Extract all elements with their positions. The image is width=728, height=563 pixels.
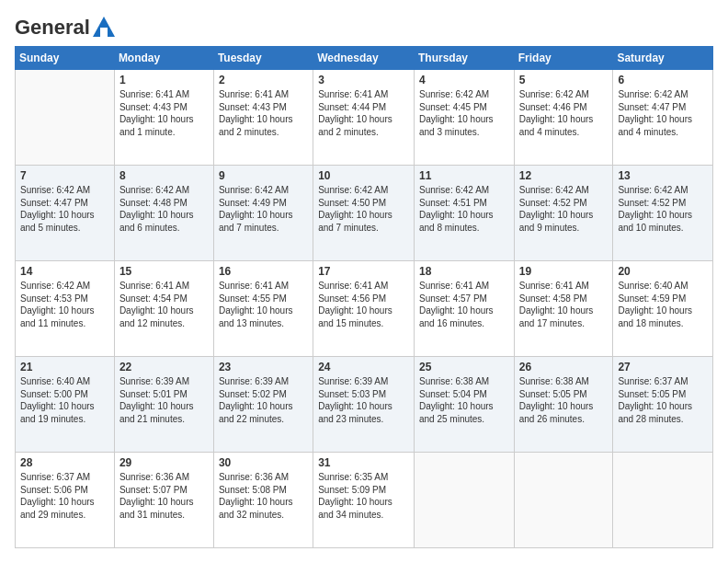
day-info: Sunrise: 6:41 AM Sunset: 4:43 PM Dayligh… — [219, 88, 308, 138]
weekday-saturday: Saturday — [613, 47, 713, 70]
calendar-cell: 15Sunrise: 6:41 AM Sunset: 4:54 PM Dayli… — [114, 261, 213, 357]
logo-icon — [91, 15, 117, 40]
day-number: 6 — [618, 74, 708, 86]
day-number: 28 — [20, 456, 109, 469]
day-info: Sunrise: 6:40 AM Sunset: 5:00 PM Dayligh… — [20, 375, 109, 425]
day-number: 11 — [419, 169, 509, 182]
day-number: 3 — [318, 74, 409, 86]
calendar-cell: 20Sunrise: 6:40 AM Sunset: 4:59 PM Dayli… — [613, 261, 713, 357]
day-number: 15 — [119, 265, 209, 278]
day-info: Sunrise: 6:41 AM Sunset: 4:54 PM Dayligh… — [119, 280, 209, 329]
day-number: 31 — [318, 456, 409, 469]
day-info: Sunrise: 6:41 AM Sunset: 4:58 PM Dayligh… — [519, 280, 609, 329]
calendar-cell: 18Sunrise: 6:41 AM Sunset: 4:57 PM Dayli… — [414, 261, 514, 357]
day-info: Sunrise: 6:36 AM Sunset: 5:08 PM Dayligh… — [219, 471, 308, 521]
calendar-cell: 29Sunrise: 6:36 AM Sunset: 5:07 PM Dayli… — [114, 453, 213, 548]
day-number: 16 — [219, 265, 308, 278]
day-number: 26 — [519, 361, 609, 373]
page: General SundayMondayTuesdayWednesdayThur… — [0, 0, 728, 563]
day-number: 4 — [419, 74, 509, 86]
calendar-cell: 5Sunrise: 6:42 AM Sunset: 4:46 PM Daylig… — [514, 70, 613, 166]
day-info: Sunrise: 6:42 AM Sunset: 4:53 PM Dayligh… — [20, 280, 109, 329]
day-number: 24 — [318, 361, 409, 373]
calendar-table: SundayMondayTuesdayWednesdayThursdayFrid… — [15, 46, 713, 548]
day-info: Sunrise: 6:37 AM Sunset: 5:05 PM Dayligh… — [618, 375, 708, 425]
calendar-cell: 25Sunrise: 6:38 AM Sunset: 5:04 PM Dayli… — [414, 357, 514, 453]
calendar-cell: 6Sunrise: 6:42 AM Sunset: 4:47 PM Daylig… — [613, 70, 713, 166]
day-number: 13 — [618, 169, 708, 182]
weekday-wednesday: Wednesday — [313, 47, 415, 70]
day-info: Sunrise: 6:42 AM Sunset: 4:52 PM Dayligh… — [618, 184, 708, 234]
calendar-cell: 14Sunrise: 6:42 AM Sunset: 4:53 PM Dayli… — [16, 261, 115, 357]
day-info: Sunrise: 6:41 AM Sunset: 4:44 PM Dayligh… — [318, 88, 409, 138]
calendar-cell: 27Sunrise: 6:37 AM Sunset: 5:05 PM Dayli… — [613, 357, 713, 453]
day-info: Sunrise: 6:42 AM Sunset: 4:45 PM Dayligh… — [419, 88, 509, 138]
day-number: 17 — [318, 265, 409, 278]
day-info: Sunrise: 6:40 AM Sunset: 4:59 PM Dayligh… — [618, 280, 708, 329]
calendar-cell: 26Sunrise: 6:38 AM Sunset: 5:05 PM Dayli… — [514, 357, 613, 453]
day-info: Sunrise: 6:42 AM Sunset: 4:52 PM Dayligh… — [519, 184, 609, 234]
calendar-cell: 10Sunrise: 6:42 AM Sunset: 4:50 PM Dayli… — [313, 166, 415, 261]
week-row-5: 28Sunrise: 6:37 AM Sunset: 5:06 PM Dayli… — [16, 453, 713, 548]
calendar-cell: 23Sunrise: 6:39 AM Sunset: 5:02 PM Dayli… — [213, 357, 313, 453]
day-info: Sunrise: 6:41 AM Sunset: 4:55 PM Dayligh… — [219, 280, 308, 329]
week-row-3: 14Sunrise: 6:42 AM Sunset: 4:53 PM Dayli… — [16, 261, 713, 357]
calendar-cell — [414, 453, 514, 548]
day-number: 27 — [618, 361, 708, 373]
day-number: 20 — [618, 265, 708, 278]
calendar-cell: 8Sunrise: 6:42 AM Sunset: 4:48 PM Daylig… — [114, 166, 213, 261]
day-info: Sunrise: 6:41 AM Sunset: 4:43 PM Dayligh… — [119, 88, 209, 138]
calendar-cell: 31Sunrise: 6:35 AM Sunset: 5:09 PM Dayli… — [313, 453, 415, 548]
calendar-cell: 17Sunrise: 6:41 AM Sunset: 4:56 PM Dayli… — [313, 261, 415, 357]
calendar-cell: 22Sunrise: 6:39 AM Sunset: 5:01 PM Dayli… — [114, 357, 213, 453]
week-row-2: 7Sunrise: 6:42 AM Sunset: 4:47 PM Daylig… — [16, 166, 713, 261]
calendar-cell: 3Sunrise: 6:41 AM Sunset: 4:44 PM Daylig… — [313, 70, 415, 166]
calendar-cell: 21Sunrise: 6:40 AM Sunset: 5:00 PM Dayli… — [16, 357, 115, 453]
calendar-cell: 1Sunrise: 6:41 AM Sunset: 4:43 PM Daylig… — [114, 70, 213, 166]
day-info: Sunrise: 6:42 AM Sunset: 4:50 PM Dayligh… — [318, 184, 409, 234]
day-info: Sunrise: 6:37 AM Sunset: 5:06 PM Dayligh… — [20, 471, 109, 521]
day-number: 2 — [219, 74, 308, 86]
calendar-cell — [613, 453, 713, 548]
day-info: Sunrise: 6:42 AM Sunset: 4:51 PM Dayligh… — [419, 184, 509, 234]
calendar-cell: 2Sunrise: 6:41 AM Sunset: 4:43 PM Daylig… — [213, 70, 313, 166]
day-info: Sunrise: 6:41 AM Sunset: 4:57 PM Dayligh… — [419, 280, 509, 329]
day-number: 1 — [119, 74, 209, 86]
day-number: 19 — [519, 265, 609, 278]
day-info: Sunrise: 6:42 AM Sunset: 4:49 PM Dayligh… — [219, 184, 308, 234]
week-row-1: 1Sunrise: 6:41 AM Sunset: 4:43 PM Daylig… — [16, 70, 713, 166]
weekday-sunday: Sunday — [16, 47, 115, 70]
day-info: Sunrise: 6:39 AM Sunset: 5:02 PM Dayligh… — [219, 375, 308, 425]
weekday-tuesday: Tuesday — [213, 47, 313, 70]
day-info: Sunrise: 6:42 AM Sunset: 4:47 PM Dayligh… — [20, 184, 109, 234]
calendar-cell — [514, 453, 613, 548]
day-number: 22 — [119, 361, 209, 373]
weekday-thursday: Thursday — [414, 47, 514, 70]
day-number: 5 — [519, 74, 609, 86]
calendar-cell: 24Sunrise: 6:39 AM Sunset: 5:03 PM Dayli… — [313, 357, 415, 453]
logo-general: General — [15, 16, 90, 40]
day-number: 29 — [119, 456, 209, 469]
day-number: 14 — [20, 265, 109, 278]
day-info: Sunrise: 6:39 AM Sunset: 5:03 PM Dayligh… — [318, 375, 409, 425]
calendar-cell: 16Sunrise: 6:41 AM Sunset: 4:55 PM Dayli… — [213, 261, 313, 357]
day-info: Sunrise: 6:38 AM Sunset: 5:05 PM Dayligh… — [519, 375, 609, 425]
weekday-monday: Monday — [114, 47, 213, 70]
calendar-cell: 11Sunrise: 6:42 AM Sunset: 4:51 PM Dayli… — [414, 166, 514, 261]
svg-rect-1 — [100, 28, 108, 37]
weekday-friday: Friday — [514, 47, 613, 70]
calendar-cell: 19Sunrise: 6:41 AM Sunset: 4:58 PM Dayli… — [514, 261, 613, 357]
day-info: Sunrise: 6:36 AM Sunset: 5:07 PM Dayligh… — [119, 471, 209, 521]
day-number: 12 — [519, 169, 609, 182]
day-info: Sunrise: 6:39 AM Sunset: 5:01 PM Dayligh… — [119, 375, 209, 425]
day-info: Sunrise: 6:41 AM Sunset: 4:56 PM Dayligh… — [318, 280, 409, 329]
day-number: 25 — [419, 361, 509, 373]
header: General — [15, 15, 713, 37]
day-info: Sunrise: 6:42 AM Sunset: 4:47 PM Dayligh… — [618, 88, 708, 138]
day-number: 10 — [318, 169, 409, 182]
day-number: 23 — [219, 361, 308, 373]
day-number: 30 — [219, 456, 308, 469]
day-number: 18 — [419, 265, 509, 278]
day-number: 8 — [119, 169, 209, 182]
day-info: Sunrise: 6:42 AM Sunset: 4:46 PM Dayligh… — [519, 88, 609, 138]
